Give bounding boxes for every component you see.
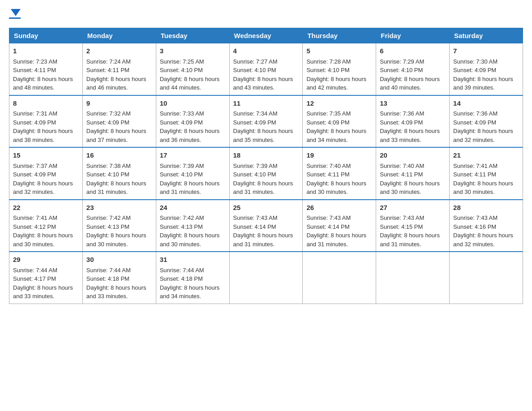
sunset-label: Sunset: 4:10 PM <box>160 67 203 73</box>
day-number: 3 <box>160 46 226 56</box>
daylight-minutes-label: and 31 minutes. <box>306 241 348 248</box>
weekday-header-monday: Monday <box>82 28 156 43</box>
svg-marker-0 <box>11 9 21 16</box>
calendar-week-row: 8Sunrise: 7:31 AMSunset: 4:09 PMDaylight… <box>9 95 523 148</box>
daylight-label: Daylight: 8 hours hours <box>86 232 146 239</box>
sunrise-label: Sunrise: 7:44 AM <box>160 267 204 274</box>
calendar-cell: 15Sunrise: 7:37 AMSunset: 4:09 PMDayligh… <box>9 147 83 200</box>
calendar-cell: 25Sunrise: 7:43 AMSunset: 4:14 PMDayligh… <box>229 200 303 252</box>
daylight-minutes-label: and 32 minutes. <box>453 241 495 248</box>
calendar-cell: 8Sunrise: 7:31 AMSunset: 4:09 PMDaylight… <box>9 95 83 148</box>
daylight-minutes-label: and 40 minutes. <box>380 84 421 91</box>
daylight-minutes-label: and 38 minutes. <box>13 137 55 143</box>
calendar-cell: 9Sunrise: 7:32 AMSunset: 4:09 PMDaylight… <box>82 95 156 148</box>
sunset-label: Sunset: 4:09 PM <box>86 119 129 126</box>
calendar-table: SundayMondayTuesdayWednesdayThursdayFrid… <box>9 28 523 304</box>
calendar-cell: 11Sunrise: 7:34 AMSunset: 4:09 PMDayligh… <box>229 95 303 148</box>
daylight-minutes-label: and 48 minutes. <box>13 84 55 91</box>
sunrise-label: Sunrise: 7:41 AM <box>453 163 498 169</box>
sunset-label: Sunset: 4:11 PM <box>453 171 496 178</box>
day-number: 23 <box>86 203 152 213</box>
calendar-cell <box>303 252 376 304</box>
calendar-week-row: 1Sunrise: 7:23 AMSunset: 4:11 PMDaylight… <box>9 43 523 95</box>
calendar-cell: 26Sunrise: 7:43 AMSunset: 4:14 PMDayligh… <box>303 200 376 252</box>
daylight-label: Daylight: 8 hours hours <box>453 128 513 134</box>
sunrise-label: Sunrise: 7:36 AM <box>380 110 424 117</box>
daylight-minutes-label: and 31 minutes. <box>160 188 202 195</box>
weekday-header-saturday: Saturday <box>450 28 523 43</box>
daylight-label: Daylight: 8 hours hours <box>453 180 513 187</box>
sunset-label: Sunset: 4:15 PM <box>380 223 423 230</box>
calendar-week-row: 22Sunrise: 7:41 AMSunset: 4:12 PMDayligh… <box>9 200 523 252</box>
calendar-cell: 22Sunrise: 7:41 AMSunset: 4:12 PMDayligh… <box>9 200 83 252</box>
weekday-header-thursday: Thursday <box>303 28 376 43</box>
daylight-label: Daylight: 8 hours hours <box>160 128 220 134</box>
day-number: 31 <box>160 255 226 265</box>
sunrise-label: Sunrise: 7:32 AM <box>86 110 131 117</box>
sunrise-label: Sunrise: 7:34 AM <box>233 110 278 117</box>
sunrise-label: Sunrise: 7:40 AM <box>380 163 424 169</box>
day-number: 18 <box>233 150 299 161</box>
calendar-cell: 24Sunrise: 7:42 AMSunset: 4:13 PMDayligh… <box>156 200 229 252</box>
daylight-minutes-label: and 33 minutes. <box>86 293 128 300</box>
daylight-label: Daylight: 8 hours hours <box>380 232 440 239</box>
daylight-label: Daylight: 8 hours hours <box>380 76 440 82</box>
daylight-label: Daylight: 8 hours hours <box>86 284 146 291</box>
day-number: 30 <box>86 255 152 265</box>
day-number: 22 <box>13 203 79 213</box>
daylight-minutes-label: and 31 minutes. <box>86 188 128 195</box>
day-number: 11 <box>233 98 299 109</box>
sunrise-label: Sunrise: 7:28 AM <box>306 58 351 65</box>
day-number: 6 <box>380 46 446 56</box>
calendar-cell: 17Sunrise: 7:39 AMSunset: 4:10 PMDayligh… <box>156 147 229 200</box>
sunrise-label: Sunrise: 7:42 AM <box>86 214 131 221</box>
daylight-minutes-label: and 32 minutes. <box>453 137 495 143</box>
sunrise-label: Sunrise: 7:24 AM <box>86 58 131 65</box>
daylight-minutes-label: and 39 minutes. <box>453 84 495 91</box>
logo-triangle-icon <box>11 9 21 16</box>
day-number: 29 <box>13 255 79 265</box>
sunrise-label: Sunrise: 7:35 AM <box>306 110 351 117</box>
daylight-label: Daylight: 8 hours hours <box>86 180 146 187</box>
sunset-label: Sunset: 4:09 PM <box>453 67 496 73</box>
daylight-label: Daylight: 8 hours hours <box>453 232 513 239</box>
daylight-label: Daylight: 8 hours hours <box>160 232 220 239</box>
sunset-label: Sunset: 4:11 PM <box>380 171 423 178</box>
daylight-label: Daylight: 8 hours hours <box>453 76 513 82</box>
weekday-header-sunday: Sunday <box>9 28 83 43</box>
daylight-label: Daylight: 8 hours hours <box>160 76 220 82</box>
daylight-minutes-label: and 30 minutes. <box>380 188 421 195</box>
sunset-label: Sunset: 4:18 PM <box>160 275 203 282</box>
calendar-cell: 7Sunrise: 7:30 AMSunset: 4:09 PMDaylight… <box>450 43 523 95</box>
calendar-cell: 29Sunrise: 7:44 AMSunset: 4:17 PMDayligh… <box>9 252 83 304</box>
day-number: 28 <box>453 203 519 213</box>
daylight-minutes-label: and 32 minutes. <box>13 188 55 195</box>
daylight-label: Daylight: 8 hours hours <box>13 76 73 82</box>
sunset-label: Sunset: 4:11 PM <box>306 171 349 178</box>
sunset-label: Sunset: 4:09 PM <box>233 119 276 126</box>
sunset-label: Sunset: 4:14 PM <box>306 223 349 230</box>
daylight-minutes-label: and 36 minutes. <box>160 137 202 143</box>
calendar-cell: 12Sunrise: 7:35 AMSunset: 4:09 PMDayligh… <box>303 95 376 148</box>
day-number: 5 <box>306 46 372 56</box>
sunset-label: Sunset: 4:10 PM <box>160 171 203 178</box>
day-number: 17 <box>160 150 226 161</box>
sunrise-label: Sunrise: 7:36 AM <box>453 110 498 117</box>
sunrise-label: Sunrise: 7:44 AM <box>86 267 131 274</box>
calendar-cell: 4Sunrise: 7:27 AMSunset: 4:10 PMDaylight… <box>229 43 303 95</box>
sunset-label: Sunset: 4:09 PM <box>306 119 349 126</box>
sunset-label: Sunset: 4:11 PM <box>13 67 56 73</box>
day-number: 8 <box>13 98 79 109</box>
sunset-label: Sunset: 4:10 PM <box>86 171 129 178</box>
calendar-cell: 23Sunrise: 7:42 AMSunset: 4:13 PMDayligh… <box>82 200 156 252</box>
sunset-label: Sunset: 4:09 PM <box>13 119 56 126</box>
sunrise-label: Sunrise: 7:44 AM <box>13 267 57 274</box>
calendar-cell: 19Sunrise: 7:40 AMSunset: 4:11 PMDayligh… <box>303 147 376 200</box>
calendar-cell: 13Sunrise: 7:36 AMSunset: 4:09 PMDayligh… <box>376 95 450 148</box>
calendar-week-row: 15Sunrise: 7:37 AMSunset: 4:09 PMDayligh… <box>9 147 523 200</box>
sunrise-label: Sunrise: 7:43 AM <box>453 214 498 221</box>
calendar-cell: 6Sunrise: 7:29 AMSunset: 4:10 PMDaylight… <box>376 43 450 95</box>
daylight-minutes-label: and 44 minutes. <box>160 84 202 91</box>
daylight-minutes-label: and 42 minutes. <box>306 84 348 91</box>
sunset-label: Sunset: 4:11 PM <box>86 67 129 73</box>
